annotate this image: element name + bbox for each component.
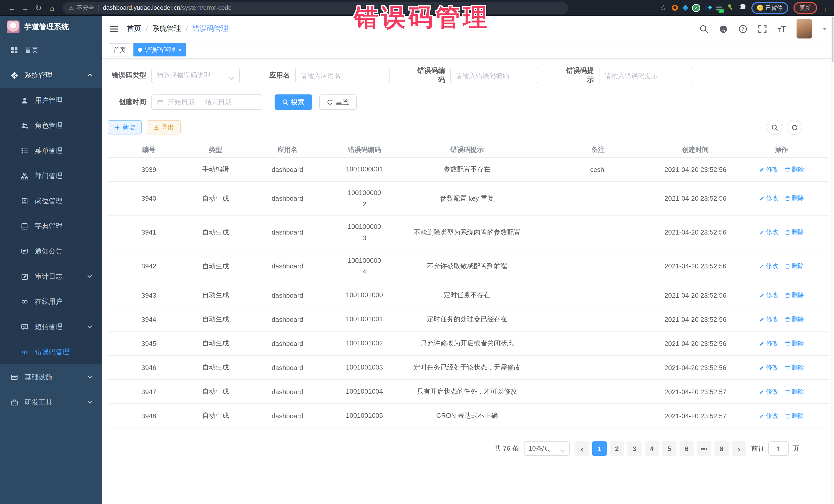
error-code-input[interactable] — [450, 68, 539, 83]
ext-blue-gem-icon[interactable] — [682, 4, 688, 11]
user-menu-caret-icon[interactable] — [823, 27, 827, 30]
fullscreen-icon[interactable] — [758, 24, 767, 33]
delete-link[interactable]: 删除 — [785, 315, 804, 324]
breadcrumb-home[interactable]: 首页 — [127, 24, 141, 34]
page-button[interactable]: 5 — [662, 441, 676, 456]
avatar[interactable] — [796, 19, 812, 39]
sidebar-item-error-code[interactable]: 错误码管理 — [0, 339, 102, 365]
next-page-button[interactable]: › — [732, 441, 746, 456]
address-bar[interactable]: ⚠ 不安全 dashboard.yudao.iocoder.cn/system/… — [63, 2, 568, 14]
edit-link[interactable]: 修改 — [759, 165, 778, 174]
url-path: /system/error-code — [180, 4, 232, 11]
home-icon[interactable]: ⌂ — [45, 0, 59, 16]
add-button[interactable]: 新增 — [108, 120, 142, 134]
ext-grid-icon[interactable] — [705, 5, 711, 11]
warning-icon: ⚠ — [69, 4, 74, 11]
table-row: 3946自动生成 dashboard1001001003 定时任务已经处于该状态… — [108, 356, 829, 380]
scrollbar-thumb[interactable] — [832, 17, 833, 62]
prev-page-button[interactable]: ‹ — [575, 441, 589, 456]
page-size-select[interactable]: 10条/页 — [524, 441, 570, 456]
reset-button[interactable]: 重置 — [319, 94, 357, 110]
close-icon[interactable]: × — [178, 47, 182, 53]
page-button[interactable]: 1 — [592, 441, 607, 456]
delete-link[interactable]: 删除 — [785, 291, 804, 300]
ext-orange-ring-icon[interactable] — [672, 5, 678, 11]
page-button[interactable]: 4 — [644, 441, 659, 456]
edit-link[interactable]: 修改 — [759, 339, 778, 348]
ext-list-icon[interactable]: on — [716, 5, 722, 11]
sidebar-item-posts[interactable]: 岗位管理 — [0, 188, 102, 214]
sidebar-item-dictionary[interactable]: 字典管理 — [0, 214, 102, 239]
back-icon[interactable]: ← — [5, 0, 19, 16]
delete-link[interactable]: 删除 — [785, 363, 804, 372]
chrome-update-button[interactable]: 更新 — [793, 2, 817, 14]
more-menu-icon[interactable]: ⋮ — [822, 4, 829, 12]
sidebar-item-departments[interactable]: 部门管理 — [0, 163, 102, 188]
sidebar-item-users[interactable]: 用户管理 — [0, 88, 102, 113]
logo[interactable]: 芋道管理系统 — [0, 16, 102, 38]
reload-icon[interactable]: ↻ — [32, 0, 45, 16]
edit-link[interactable]: 修改 — [759, 387, 778, 396]
edit-link[interactable]: 修改 — [759, 262, 778, 270]
edit-link[interactable]: 修改 — [759, 363, 778, 372]
tab-error-code[interactable]: 错误码管理 × — [133, 43, 186, 57]
sidebar-item-sms[interactable]: 短信管理 — [0, 314, 102, 339]
refresh-button[interactable] — [787, 119, 802, 135]
sidebar-item-infrastructure[interactable]: 基础设施 — [0, 365, 102, 390]
error-msg-input[interactable] — [599, 68, 694, 83]
sidebar-item-dev-tools[interactable]: 研发工具 — [0, 390, 102, 415]
delete-link[interactable]: 删除 — [785, 228, 804, 237]
delete-link[interactable]: 删除 — [785, 165, 804, 174]
sidebar-item-online-users[interactable]: 在线用户 — [0, 289, 102, 314]
goto-page-input[interactable] — [768, 441, 789, 456]
show-search-button[interactable] — [767, 119, 782, 135]
delete-link[interactable]: 删除 — [785, 387, 804, 396]
edit-link[interactable]: 修改 — [759, 291, 778, 300]
profile-paused-badge[interactable]: 已暂停 — [751, 2, 788, 14]
delete-link[interactable]: 删除 — [785, 411, 804, 420]
page-button[interactable]: 3 — [627, 441, 641, 456]
search-icon[interactable] — [700, 24, 708, 33]
delete-link[interactable]: 删除 — [785, 339, 804, 348]
sidebar-item-roles[interactable]: 角色管理 — [0, 113, 102, 138]
sidebar-item-menus[interactable]: 菜单管理 — [0, 138, 102, 163]
app-name-input[interactable] — [295, 68, 390, 83]
delete-link[interactable]: 删除 — [785, 262, 804, 270]
sidebar-item-system[interactable]: 系统管理 — [0, 63, 102, 88]
extensions-puzzle-icon[interactable] — [739, 3, 746, 12]
chevron-down-icon — [560, 447, 565, 451]
edit-link[interactable]: 修改 — [759, 411, 778, 420]
edit-link[interactable]: 修改 — [759, 194, 778, 203]
font-size-icon[interactable]: TT — [777, 25, 786, 32]
page-scrollbar[interactable] — [831, 16, 834, 504]
sms-icon — [21, 323, 28, 330]
github-icon[interactable] — [719, 24, 728, 33]
edit-link[interactable]: 修改 — [759, 228, 778, 237]
bookmark-star-icon[interactable]: ☆ — [660, 3, 667, 12]
site-security-label[interactable]: ⚠ 不安全 — [69, 4, 94, 12]
edit-link[interactable]: 修改 — [759, 315, 778, 324]
tab-home[interactable]: 首页 — [109, 43, 130, 57]
more-pages-button[interactable]: ••• — [697, 441, 711, 456]
page-button[interactable]: 8 — [715, 441, 729, 456]
sidebar-item-home[interactable]: 首页 — [0, 38, 102, 63]
breadcrumb-system[interactable]: 系统管理 — [152, 24, 181, 34]
delete-link[interactable]: 删除 — [785, 194, 804, 203]
page-button[interactable]: 2 — [610, 441, 624, 456]
ext-green-check-icon[interactable]: ✓ — [693, 4, 700, 11]
sidebar-item-audit-log[interactable]: 审计日志 — [0, 264, 102, 289]
error-type-select[interactable]: 请选择错误码类型 — [151, 68, 240, 83]
gear-icon — [11, 72, 18, 79]
export-button[interactable]: 导出 — [147, 120, 181, 134]
help-icon[interactable]: ? — [739, 24, 747, 33]
sidebar-item-notices[interactable]: 通知公告 — [0, 239, 102, 264]
forward-icon[interactable]: → — [19, 0, 32, 16]
calendar-icon — [157, 99, 164, 106]
chevron-down-icon — [87, 375, 92, 379]
ext-key-icon[interactable] — [727, 3, 734, 12]
app-title: 芋道管理系统 — [24, 22, 69, 31]
hamburger-icon[interactable] — [110, 25, 118, 32]
create-time-range-picker[interactable]: 开始日期 - 结束日期 — [151, 94, 262, 110]
search-button[interactable]: 搜索 — [275, 94, 312, 110]
page-button[interactable]: 6 — [680, 441, 694, 456]
